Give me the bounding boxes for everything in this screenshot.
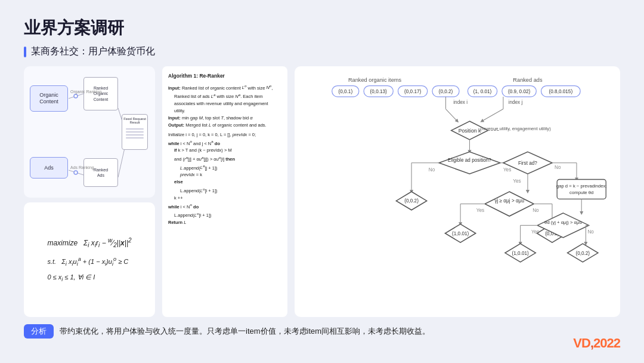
svg-text:(revenue utility, engagement u: (revenue utility, engagement utility) (480, 126, 551, 131)
main-container: 业界方案调研 某商务社交：用户体验货币化 (0, 0, 644, 363)
ranked-organic-label: RankedOrganicContent (94, 85, 109, 101)
algo-title: Algorithm 1: Re-Ranker (168, 72, 281, 81)
svg-text:θd (γj + αμj) > αμu: θd (γj + αμj) > αμu (544, 220, 582, 225)
feed-result-box: Feed RequestResult (122, 114, 148, 150)
ads-label: Ads (44, 165, 54, 171)
organic-content-label: OrganicContent (39, 92, 58, 105)
svg-marker-32 (439, 152, 500, 174)
vdc-logo: VD,2022 (573, 336, 620, 351)
vdc-text: VD, (573, 336, 593, 350)
svg-text:(0,0.2): (0,0.2) (404, 198, 419, 204)
content-area: OrganicContent Ads RankedOrganicContent … (24, 66, 620, 317)
svg-text:First ad?: First ad? (518, 161, 537, 166)
svg-text:Yes: Yes (503, 167, 511, 173)
algo-while1: while i < No and j < Na do (168, 139, 281, 147)
svg-text:No: No (532, 208, 539, 213)
algo-input1: Input: Ranked list of organic content Lo… (168, 83, 281, 92)
subtitle: 某商务社交：用户体验货币化 (24, 45, 620, 58)
svg-text:(0,0.13): (0,0.13) (370, 89, 387, 94)
algo-output: Output: Merged list L of organic content… (168, 122, 281, 129)
svg-marker-46 (485, 192, 534, 216)
svg-text:gap d = k − prevadindex;: gap d = k − prevadindex; (556, 183, 607, 189)
feed-result-label: Feed RequestResult (123, 117, 146, 124)
algo-input5: Input: min gap M, top slot T, shadow bid… (168, 115, 281, 122)
ads-box: Ads (30, 157, 68, 179)
ranked-organic-items-label: Ranked organic items (348, 77, 402, 83)
math-content: maximize Σi xiri − w⁄2||x||2 s.t. Σi xiu… (47, 235, 131, 284)
svg-rect-60 (557, 179, 606, 199)
vdc-year: 2022 (593, 336, 620, 350)
math-box: maximize Σi xiri − w⁄2||x||2 s.t. Σi xiu… (24, 202, 155, 317)
flowchart-svg: Ranked organic items Ranked ads (0,0.1) … (301, 72, 614, 311)
svg-text:(0,0.2): (0,0.2) (439, 89, 453, 94)
svg-point-3 (74, 171, 78, 174)
svg-text:compute θd: compute θd (569, 190, 593, 195)
svg-text:No: No (587, 229, 594, 235)
svg-text:Yes: Yes (531, 229, 539, 235)
svg-text:(1, 0.01): (1, 0.01) (473, 89, 492, 94)
algo-la3: L.append(Lo[i + 1]) (174, 210, 281, 219)
subtitle-bar (24, 47, 26, 57)
algo-init: Initialize i = 0, j = 0, k = 0, L = [], … (168, 131, 281, 139)
math-line2: s.t. Σi xiuia + (1 − xi)uio ≥ C (47, 254, 131, 269)
algo-input3: associates with revenue utility and enga… (174, 100, 281, 107)
algo-return: Return L (168, 219, 281, 226)
algo-while2: while i < No do (168, 202, 281, 211)
svg-text:No: No (555, 165, 561, 170)
svg-text:Eligible ad position?: Eligible ad position? (448, 158, 491, 163)
left-panel: OrganicContent Ads RankedOrganicContent … (24, 66, 155, 317)
algo-kpp: k ++ (174, 195, 281, 202)
organic-ranking-label: Organic Ranking (70, 90, 101, 94)
flow-inner: OrganicContent Ads RankedOrganicContent … (30, 75, 149, 189)
algo-input2: Ranked list of ads La with size Na. Each… (174, 91, 281, 100)
svg-line-24 (446, 109, 457, 122)
svg-text:(0,0.17): (0,0.17) (404, 89, 421, 94)
svg-text:γj ≥ αμj > αμu: γj ≥ αμj > αμu (494, 198, 524, 204)
algo-previdx: prevIdx = k (180, 171, 281, 179)
algorithm-box: Algorithm 1: Re-Ranker Input: Ranked lis… (162, 66, 287, 317)
ads-ranking-label: Ads Ranking (70, 165, 94, 170)
analysis-text: 带约束优化，将用户体验与收入统一度量。只考虑单一item价值，未考虑item间相… (60, 325, 430, 337)
svg-text:index i: index i (453, 100, 467, 105)
svg-line-0 (69, 94, 83, 99)
algo-la2: L.append(Lo[i + 1]) (180, 186, 281, 195)
page-title: 业界方案调研 (24, 17, 620, 39)
svg-text:Yes: Yes (513, 179, 521, 184)
feed-lines (126, 127, 144, 140)
svg-text:Yes: Yes (476, 208, 484, 213)
math-line1: maximize Σi xiri − w⁄2||x||2 (47, 235, 131, 251)
svg-line-26 (482, 109, 503, 122)
svg-text:(0.9, 0.02): (0.9, 0.02) (508, 89, 531, 94)
flow-diagram: OrganicContent Ads RankedOrganicContent … (24, 66, 155, 198)
ranked-ads-box: RankedAds (83, 158, 118, 187)
svg-text:(0,0.2): (0,0.2) (575, 251, 590, 256)
analysis-bar: 分析 带约束优化，将用户体验与收入统一度量。只考虑单一item价值，未考虑ite… (24, 324, 620, 339)
right-panel: Ranked organic items Ranked ads (0,0.1) … (295, 66, 620, 317)
analysis-tag: 分析 (24, 324, 54, 339)
math-line3: 0 ≤ xi ≤ 1, ∀i ∈ I (47, 272, 131, 285)
svg-text:Position k: Position k (459, 128, 481, 134)
mid-panel: Algorithm 1: Re-Ranker Input: Ranked lis… (162, 66, 287, 317)
svg-text:(1,0.01): (1,0.01) (512, 251, 529, 256)
svg-text:(0.8,0.015): (0.8,0.015) (549, 89, 573, 94)
algo-la1: L.append(La[j + 1]) (180, 163, 281, 172)
algo-and1: and (ra[j] + αua[j]) > αuo[i] then (174, 154, 281, 163)
svg-line-2 (69, 170, 83, 175)
ranked-ads-label: RankedAds (94, 167, 108, 178)
ranked-ads-label-fc: Ranked ads (513, 77, 543, 83)
algo-input4: utility. (174, 107, 281, 115)
algo-else: else (174, 179, 281, 186)
svg-text:No: No (429, 167, 435, 173)
svg-text:index j: index j (509, 100, 523, 105)
subtitle-text: 某商务社交：用户体验货币化 (31, 45, 155, 58)
organic-content-box: OrganicContent (30, 85, 68, 112)
svg-text:(0,0.1): (0,0.1) (338, 89, 352, 94)
algo-if1: if k > T and (k − prevIdx) > M (174, 147, 281, 154)
svg-text:(1,0.01): (1,0.01) (452, 231, 469, 236)
ranked-organic-box: RankedOrganicContent (83, 77, 118, 110)
svg-point-1 (74, 94, 78, 98)
